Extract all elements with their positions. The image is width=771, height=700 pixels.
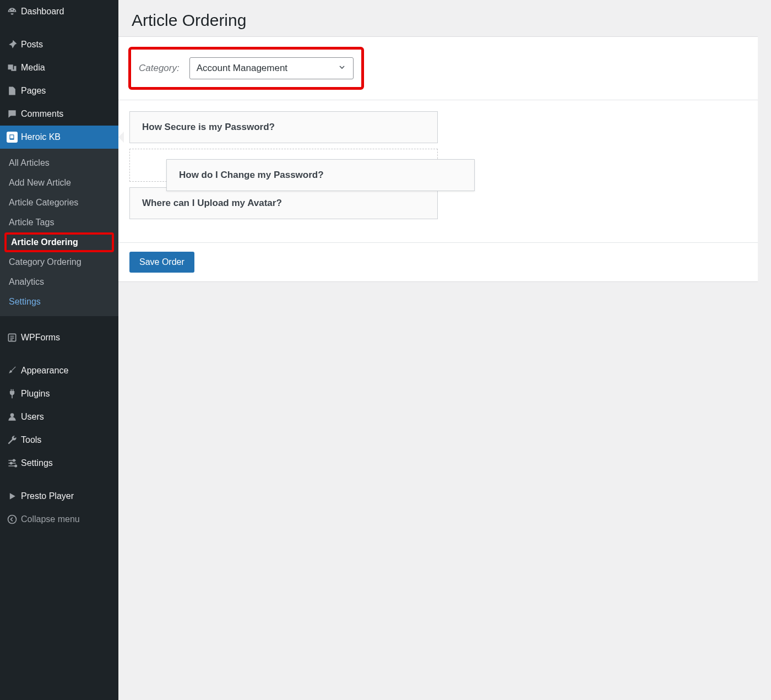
sidebar-item-posts[interactable]: Posts <box>0 33 118 56</box>
sidebar-item-heroic-kb[interactable]: Heroic KB <box>0 126 118 149</box>
main-content: Article Ordering Category: Account Manag… <box>118 0 771 700</box>
collapse-menu[interactable]: Collapse menu <box>0 508 118 531</box>
sidebar-label: Heroic KB <box>21 132 61 142</box>
wrench-icon <box>7 435 21 446</box>
sliders-icon <box>7 458 21 469</box>
sidebar-label: Plugins <box>21 389 50 399</box>
sidebar-item-pages[interactable]: Pages <box>0 79 118 102</box>
article-item-dragging[interactable]: How do I Change my Password? <box>166 159 475 191</box>
sidebar-label: Collapse menu <box>21 514 80 524</box>
sidebar-label: Settings <box>21 458 53 468</box>
submenu-settings[interactable]: Settings <box>0 292 118 312</box>
pages-icon <box>7 85 21 96</box>
book-icon <box>7 132 21 143</box>
submenu-analytics[interactable]: Analytics <box>0 272 118 292</box>
comment-icon <box>7 108 21 120</box>
sidebar-item-presto[interactable]: Presto Player <box>0 485 118 508</box>
pin-icon <box>7 39 21 50</box>
submenu-article-categories[interactable]: Article Categories <box>0 193 118 213</box>
sidebar-item-plugins[interactable]: Plugins <box>0 382 118 405</box>
svg-point-2 <box>10 462 12 464</box>
sidebar-label: Presto Player <box>21 491 74 501</box>
sidebar-label: Appearance <box>21 366 68 376</box>
sidebar-label: Posts <box>21 40 43 50</box>
category-select[interactable]: Account Management <box>189 57 354 79</box>
form-icon <box>7 332 21 343</box>
category-label: Category: <box>139 63 180 74</box>
play-icon <box>7 491 21 502</box>
chevron-down-icon <box>338 63 346 74</box>
submenu-add-new-article[interactable]: Add New Article <box>0 173 118 193</box>
page-title: Article Ordering <box>118 0 771 36</box>
svg-point-1 <box>13 459 15 461</box>
sidebar-label: Dashboard <box>21 7 64 17</box>
sidebar-label: Pages <box>21 86 46 96</box>
save-order-button[interactable]: Save Order <box>129 252 194 273</box>
submenu-article-tags[interactable]: Article Tags <box>0 213 118 232</box>
plug-icon <box>7 388 21 399</box>
sidebar-item-media[interactable]: Media <box>0 56 118 79</box>
brush-icon <box>7 365 21 376</box>
admin-sidebar: Dashboard Posts Media Pages Comments Her <box>0 0 118 700</box>
svg-point-3 <box>15 465 17 466</box>
sidebar-item-tools[interactable]: Tools <box>0 428 118 452</box>
drag-placeholder: How do I Change my Password? <box>129 149 438 182</box>
sidebar-item-settings[interactable]: Settings <box>0 452 118 475</box>
dashboard-icon <box>7 6 21 17</box>
heroic-submenu: All Articles Add New Article Article Cat… <box>0 149 118 316</box>
submenu-category-ordering[interactable]: Category Ordering <box>0 252 118 272</box>
sidebar-label: Comments <box>21 109 63 119</box>
article-item[interactable]: How Secure is my Password? <box>129 111 438 143</box>
ordering-panel: Category: Account Management How Secure … <box>118 36 758 282</box>
category-selected-value: Account Management <box>197 63 287 74</box>
sidebar-label: WPForms <box>21 333 60 343</box>
sidebar-label: Users <box>21 412 44 422</box>
sidebar-item-users[interactable]: Users <box>0 405 118 428</box>
sidebar-item-comments[interactable]: Comments <box>0 102 118 126</box>
sidebar-item-dashboard[interactable]: Dashboard <box>0 0 118 23</box>
svg-point-4 <box>8 515 17 524</box>
save-area: Save Order <box>118 242 758 281</box>
highlight-box-article-ordering: Article Ordering <box>4 232 114 252</box>
article-item[interactable]: Where can I Upload my Avatar? <box>129 187 438 219</box>
articles-sortable-list[interactable]: How Secure is my Password? How do I Chan… <box>118 100 758 242</box>
sidebar-label: Media <box>21 63 45 73</box>
submenu-all-articles[interactable]: All Articles <box>0 153 118 173</box>
submenu-article-ordering[interactable]: Article Ordering <box>7 235 112 250</box>
collapse-icon <box>7 514 21 525</box>
sidebar-item-wpforms[interactable]: WPForms <box>0 326 118 349</box>
user-icon <box>7 411 21 422</box>
category-filter-row: Category: Account Management <box>118 37 758 100</box>
highlight-box-category: Category: Account Management <box>128 47 364 90</box>
sidebar-item-appearance[interactable]: Appearance <box>0 359 118 382</box>
media-icon <box>7 62 21 73</box>
sidebar-label: Tools <box>21 435 41 445</box>
